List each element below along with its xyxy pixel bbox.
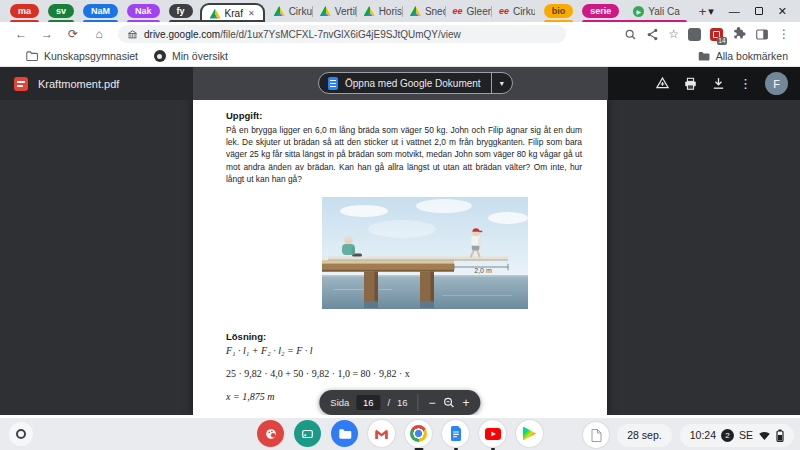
open-with-docs-main[interactable]: Öppna med Google Dokument bbox=[319, 73, 491, 93]
tab-group-nam: NaM bbox=[83, 0, 118, 22]
file-icon bbox=[590, 428, 603, 443]
gleerups-icon: ee bbox=[499, 6, 509, 16]
tab-group-pill-nak[interactable]: Nak bbox=[127, 4, 160, 18]
bookmark-kunskapsgymnasiet[interactable]: Kunskapsgymnasiet bbox=[26, 50, 138, 62]
tab-group-nak: Nak bbox=[127, 0, 160, 22]
open-with-dropdown[interactable]: ▾ bbox=[491, 73, 512, 93]
extension-icon[interactable] bbox=[688, 28, 701, 41]
tab-group-pill-ma[interactable]: ma bbox=[10, 4, 39, 18]
app-files[interactable] bbox=[331, 420, 358, 450]
share-icon[interactable] bbox=[646, 28, 659, 41]
print-icon[interactable] bbox=[683, 77, 698, 91]
pdf-header-row: Kraftmoment.pdf Öppna med Google Dokumen… bbox=[0, 67, 800, 100]
tab-label: Gleerup bbox=[467, 6, 492, 17]
more-actions-icon[interactable]: ⋮ bbox=[739, 76, 752, 91]
tab-cirkular-ee[interactable]: ee Cirkulä bbox=[492, 0, 535, 22]
bookmark-star-icon[interactable]: ☆ bbox=[668, 27, 679, 41]
tab-sneda[interactable]: Sneda bbox=[403, 0, 445, 22]
tab-group-pill-nam[interactable]: NaM bbox=[83, 4, 118, 18]
home-button[interactable]: ⌂ bbox=[86, 27, 112, 41]
pdf-content-area[interactable]: Uppgift: På en brygga ligger en 6,0 m lå… bbox=[0, 100, 800, 415]
tab-group-pill-bio[interactable]: bio bbox=[544, 4, 574, 18]
app-youtube[interactable] bbox=[479, 420, 506, 450]
tab-strip: ma sv NaM Nak fy Kraf ✕ Cirkulär bbox=[0, 0, 800, 22]
tab-close-icon[interactable]: ✕ bbox=[248, 9, 255, 18]
tab-group-pill-sv[interactable]: sv bbox=[48, 4, 74, 18]
url-domain: drive.google.com bbox=[144, 29, 220, 40]
back-button[interactable]: ← bbox=[8, 27, 34, 41]
equation-1: F₁ · l₁ + F₂ · l₂ = F · l bbox=[226, 345, 313, 356]
tab-gleerups[interactable]: ee Gleerup bbox=[446, 0, 492, 22]
folder-icon bbox=[26, 51, 38, 61]
pdf-header-actions: ⋮ F bbox=[655, 67, 788, 100]
tab-vertikal[interactable]: Vertika bbox=[313, 0, 356, 22]
bookmark-min-oversikt[interactable]: Min översikt bbox=[154, 50, 228, 62]
reload-button[interactable]: ⟳ bbox=[60, 27, 86, 41]
address-bar[interactable]: drive.google.com/file/d/1ux7YsMCFXL-7nvG… bbox=[118, 25, 566, 43]
task-heading: Uppgift: bbox=[226, 110, 262, 121]
new-tab-button[interactable]: + bbox=[697, 4, 709, 19]
side-panel-icon[interactable] bbox=[755, 28, 769, 41]
page-number-input[interactable]: 16 bbox=[356, 395, 380, 410]
drive-favicon bbox=[210, 9, 221, 19]
shelf-status-area: 28 sep. 10:24 2 SE bbox=[583, 422, 794, 448]
zoom-icon[interactable] bbox=[624, 28, 637, 41]
app-gmail[interactable] bbox=[368, 420, 395, 450]
zoom-in-button[interactable]: + bbox=[463, 396, 470, 410]
zoom-fit-icon[interactable] bbox=[443, 396, 456, 409]
all-bookmarks-button[interactable]: Alla bokmärken bbox=[698, 50, 788, 62]
page-label: Sida bbox=[330, 397, 349, 408]
date-label: 28 sep. bbox=[627, 429, 661, 441]
status-tray[interactable]: 10:24 2 SE bbox=[680, 424, 794, 447]
app-docs[interactable] bbox=[442, 420, 469, 450]
chrome-app-icon bbox=[405, 420, 432, 447]
pier-illustration-graphic bbox=[322, 197, 528, 309]
open-with-docs-button[interactable]: Öppna med Google Dokument ▾ bbox=[318, 72, 513, 94]
restore-button[interactable] bbox=[755, 7, 763, 15]
tab-search-chevron-icon[interactable]: ▾ bbox=[708, 5, 714, 18]
tab-label: Cirkulä bbox=[513, 6, 535, 17]
tote-holding-space[interactable] bbox=[583, 422, 609, 448]
tab-cirkular[interactable]: Cirkulär bbox=[267, 0, 313, 22]
wifi-icon bbox=[758, 430, 771, 441]
drive-favicon bbox=[320, 6, 331, 16]
app-chrome[interactable] bbox=[405, 420, 432, 450]
tab-group-serie: serie ▶ Yali Ca bbox=[582, 0, 687, 22]
extensions-puzzle-icon[interactable] bbox=[732, 27, 746, 41]
zoom-out-button[interactable]: − bbox=[429, 396, 436, 410]
gmail-app-icon bbox=[368, 420, 395, 447]
screencast-app-icon bbox=[294, 420, 321, 447]
open-with-docs-label: Öppna med Google Dokument bbox=[345, 78, 481, 89]
app-screencast[interactable] bbox=[294, 420, 321, 450]
docs-app-icon bbox=[442, 420, 469, 447]
measurement-label: 2,0 m bbox=[466, 267, 500, 274]
tab-group-pill-fy[interactable]: fy bbox=[169, 4, 193, 18]
app-canvas[interactable] bbox=[257, 420, 284, 450]
launcher-button[interactable] bbox=[9, 422, 33, 446]
add-shortcut-to-drive-icon[interactable] bbox=[655, 76, 670, 91]
tab-horisontell[interactable]: Horison bbox=[357, 0, 403, 22]
tab-group-ma: ma bbox=[10, 0, 39, 22]
page-separator: / bbox=[387, 397, 390, 408]
play-store-app-icon bbox=[516, 420, 543, 447]
minimize-button[interactable]: — bbox=[729, 5, 740, 17]
equation-3: x = 1,875 m bbox=[226, 391, 274, 402]
account-avatar[interactable]: F bbox=[765, 72, 788, 95]
solution-heading: Lösning: bbox=[226, 331, 266, 342]
tab-yali[interactable]: ▶ Yali Ca bbox=[626, 0, 687, 22]
site-info-icon[interactable] bbox=[127, 29, 138, 40]
app-play-store[interactable] bbox=[516, 420, 543, 450]
tab-label: Cirkulär bbox=[289, 6, 313, 17]
toolbar-right-icons: ☆ 14 ⋮ bbox=[624, 27, 792, 41]
video-play-favicon: ▶ bbox=[633, 6, 644, 17]
notification-badge: 2 bbox=[721, 429, 734, 442]
tab-label: Vertika bbox=[335, 6, 356, 17]
close-window-button[interactable]: ✕ bbox=[778, 5, 787, 18]
adobe-extension-icon[interactable]: 14 bbox=[710, 28, 723, 41]
download-icon[interactable] bbox=[711, 76, 726, 91]
tab-group-pill-serie[interactable]: serie bbox=[582, 4, 619, 18]
launcher-icon bbox=[16, 429, 26, 439]
browser-menu-icon[interactable]: ⋮ bbox=[778, 27, 790, 41]
date-pill[interactable]: 28 sep. bbox=[617, 424, 671, 447]
forward-button[interactable]: → bbox=[34, 27, 60, 41]
